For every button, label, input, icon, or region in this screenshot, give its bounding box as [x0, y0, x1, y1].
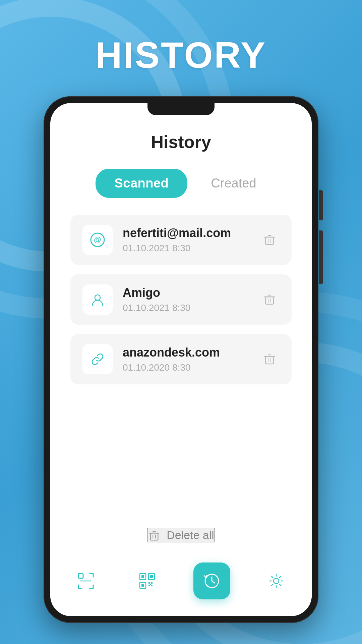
link-icon-wrap: [82, 344, 113, 374]
delete-item-1-button[interactable]: [259, 229, 280, 251]
nav-history-fab-button[interactable]: [193, 562, 230, 599]
item-date-3: 01.10.2020 8:30: [123, 362, 249, 373]
app-content: History Scanned Created @ ne: [50, 115, 312, 552]
trash-icon: [263, 352, 276, 366]
scan-icon: [77, 572, 95, 590]
tab-created[interactable]: Created: [201, 169, 266, 198]
phone-screen: History Scanned Created @ ne: [50, 103, 312, 616]
email-icon: @: [90, 232, 105, 248]
svg-rect-40: [150, 584, 151, 585]
item-title-3: anazondesk.com: [123, 345, 249, 360]
svg-point-42: [274, 578, 279, 584]
svg-rect-22: [150, 533, 158, 540]
contact-icon-wrap: [82, 284, 113, 315]
list-item: @ nefertiti@mail.com 01.10.2021 8:30: [70, 215, 292, 265]
trash-icon: [263, 233, 276, 246]
delete-item-2-button[interactable]: [259, 289, 280, 310]
screen-title: History: [151, 132, 211, 152]
tab-scanned[interactable]: Scanned: [96, 169, 187, 198]
list-item: Amigo 01.10.2021 8:30: [70, 274, 292, 325]
svg-rect-31: [141, 575, 144, 578]
list-item: anazondesk.com 01.10.2020 8:30: [70, 334, 292, 384]
delete-all-button[interactable]: Delete all: [147, 528, 215, 542]
link-icon: [90, 352, 105, 367]
delete-item-3-button[interactable]: [259, 349, 280, 370]
page-title: HISTORY: [96, 34, 267, 76]
svg-rect-33: [150, 575, 153, 578]
item-info-3: anazondesk.com 01.10.2020 8:30: [123, 345, 249, 373]
history-list: @ nefertiti@mail.com 01.10.2021 8:30: [70, 215, 292, 394]
svg-point-11: [95, 295, 100, 300]
delete-all-trash-icon: [148, 529, 161, 542]
svg-rect-17: [265, 357, 274, 364]
trash-icon: [263, 292, 276, 306]
delete-all-label: Delete all: [167, 529, 214, 542]
qr-icon: [138, 572, 156, 590]
phone-frame: History Scanned Created @ ne: [44, 96, 318, 623]
nav-scan-button[interactable]: [70, 569, 101, 593]
svg-rect-12: [265, 297, 274, 304]
svg-rect-27: [78, 574, 83, 578]
item-info-2: Amigo 01.10.2021 8:30: [123, 286, 249, 313]
history-clock-icon: [202, 571, 222, 591]
nav-settings-button[interactable]: [261, 569, 292, 593]
tab-bar: Scanned Created: [70, 169, 292, 198]
contact-icon: [90, 292, 105, 307]
svg-rect-38: [148, 585, 150, 586]
item-date-1: 01.10.2021 8:30: [123, 243, 249, 254]
item-title-1: nefertiti@mail.com: [123, 226, 249, 240]
svg-rect-35: [141, 584, 144, 587]
svg-rect-36: [148, 582, 150, 584]
item-date-2: 01.10.2021 8:30: [123, 303, 249, 313]
svg-rect-6: [265, 237, 274, 245]
phone-side-button: [319, 190, 323, 220]
email-icon-wrap: @: [82, 225, 113, 255]
item-title-2: Amigo: [123, 286, 249, 300]
nav-qr-button[interactable]: [132, 569, 163, 593]
item-info-1: nefertiti@mail.com 01.10.2021 8:30: [123, 226, 249, 254]
svg-rect-39: [151, 585, 153, 586]
gear-icon: [267, 572, 285, 590]
phone-notch: [147, 103, 215, 115]
bottom-nav: [50, 552, 312, 616]
svg-text:@: @: [94, 235, 101, 244]
phone-side-button-2: [319, 230, 323, 284]
svg-rect-37: [151, 582, 153, 584]
